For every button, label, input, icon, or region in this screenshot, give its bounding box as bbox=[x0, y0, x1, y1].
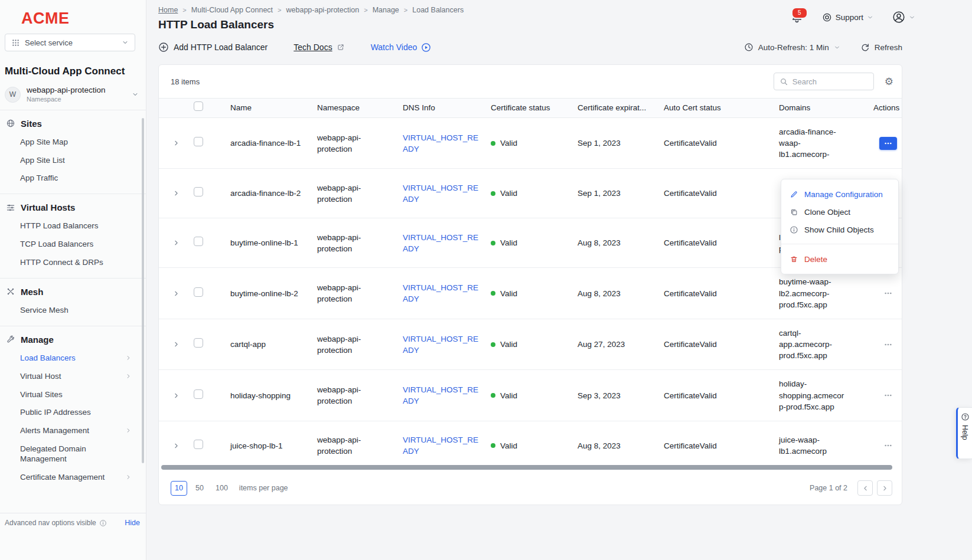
sidebar-item-alerts-management[interactable]: Alerts Management bbox=[0, 422, 146, 440]
dns-info-link[interactable]: VIRTUAL_HOST_READY bbox=[403, 335, 478, 355]
play-circle-icon bbox=[421, 42, 431, 53]
row-expand-chevron[interactable] bbox=[159, 392, 194, 399]
row-checkbox[interactable] bbox=[194, 137, 203, 146]
menu-item-clone-object[interactable]: Clone Object bbox=[781, 203, 898, 221]
sidebar-item-certificate-management[interactable]: Certificate Management bbox=[0, 469, 146, 487]
row-checkbox[interactable] bbox=[194, 237, 203, 246]
help-tab[interactable]: Help bbox=[956, 407, 972, 459]
row-expand-chevron[interactable] bbox=[159, 290, 194, 297]
certificate-expiration: Sep 1, 2023 bbox=[578, 188, 664, 199]
dns-info-link[interactable]: VIRTUAL_HOST_READY bbox=[403, 133, 478, 153]
row-actions-button[interactable] bbox=[879, 389, 897, 402]
breadcrumb-manage[interactable]: Manage bbox=[373, 6, 399, 14]
sidebar-item-virtual-sites[interactable]: Virtual Sites bbox=[0, 386, 146, 404]
menu-item-manage-configuration[interactable]: Manage Configuration bbox=[781, 185, 898, 203]
row-expand-chevron[interactable] bbox=[159, 442, 194, 450]
breadcrumb-namespace[interactable]: webapp-api-protection bbox=[286, 6, 360, 14]
certificate-status: Valid bbox=[500, 288, 517, 299]
dns-info-link[interactable]: VIRTUAL_HOST_READY bbox=[403, 385, 478, 405]
prev-page-button[interactable] bbox=[857, 480, 873, 496]
horizontal-scrollbar[interactable] bbox=[159, 463, 902, 471]
hide-link[interactable]: Hide bbox=[125, 519, 140, 527]
table-row: juice-shop-lb-1 webapp-api-protection VI… bbox=[159, 421, 902, 463]
page-size-100-button[interactable]: 100 bbox=[212, 481, 231, 496]
sidebar-item-public-ip-addresses[interactable]: Public IP Addresses bbox=[0, 404, 146, 422]
certificate-expiration: Aug 8, 2023 bbox=[578, 440, 664, 451]
mesh-icon bbox=[6, 287, 15, 296]
next-page-button[interactable] bbox=[877, 480, 892, 496]
help-icon bbox=[961, 412, 970, 421]
tech-docs-label: Tech Docs bbox=[293, 42, 332, 52]
refresh-button[interactable]: Refresh bbox=[860, 42, 902, 52]
certificate-expiration: Sep 3, 2023 bbox=[578, 390, 664, 401]
help-label: Help bbox=[961, 425, 969, 440]
breadcrumb-load-balancers[interactable]: Load Balancers bbox=[412, 6, 464, 14]
sidebar: ACME Select service Multi-Cloud App Conn… bbox=[0, 0, 146, 560]
sidebar-item-app-traffic[interactable]: App Traffic bbox=[0, 169, 146, 188]
dns-info-link[interactable]: VIRTUAL_HOST_READY bbox=[403, 184, 478, 204]
row-expand-chevron[interactable] bbox=[159, 239, 194, 247]
section-title: Manage bbox=[21, 335, 54, 345]
add-load-balancer-button[interactable]: Add HTTP Load Balancer bbox=[158, 42, 268, 53]
support-icon bbox=[822, 12, 832, 22]
sidebar-item-http-connect-drps[interactable]: HTTP Connect & DRPs bbox=[0, 254, 146, 272]
auto-cert-status: CertificateValid bbox=[664, 188, 779, 199]
namespace-picker[interactable]: W webapp-api-protection Namespace bbox=[5, 86, 139, 104]
chevron-right-icon bbox=[125, 373, 132, 379]
status-dot bbox=[491, 393, 495, 398]
row-actions-button[interactable] bbox=[879, 137, 897, 150]
sidebar-item-app-site-map[interactable]: App Site Map bbox=[0, 133, 146, 152]
nav-section-manage: Manage bbox=[0, 326, 146, 349]
row-checkbox[interactable] bbox=[194, 440, 203, 449]
chevron-down-icon bbox=[834, 44, 840, 51]
chevron-right-icon bbox=[125, 355, 132, 361]
auto-refresh-control[interactable]: Auto-Refresh: 1 Min bbox=[744, 42, 840, 52]
dns-info-link[interactable]: VIRTUAL_HOST_READY bbox=[403, 435, 478, 456]
menu-item-delete[interactable]: Delete bbox=[781, 250, 898, 268]
account-icon bbox=[892, 11, 905, 24]
sidebar-item-delegated-domain-management[interactable]: Delegated Domain Management bbox=[0, 440, 146, 469]
breadcrumb-home[interactable]: Home bbox=[158, 6, 178, 14]
sidebar-item-http-load-balancers[interactable]: HTTP Load Balancers bbox=[0, 217, 146, 235]
row-expand-chevron[interactable] bbox=[159, 139, 194, 147]
dns-info-link[interactable]: VIRTUAL_HOST_READY bbox=[403, 283, 478, 303]
row-checkbox[interactable] bbox=[194, 389, 203, 399]
account-menu[interactable] bbox=[892, 11, 915, 24]
search-input[interactable] bbox=[792, 77, 863, 86]
sidebar-item-tcp-load-balancers[interactable]: TCP Load Balancers bbox=[0, 235, 146, 254]
breadcrumb-multi-cloud-app-connect[interactable]: Multi-Cloud App Connect bbox=[191, 6, 273, 14]
sidebar-scrollbar[interactable] bbox=[142, 118, 144, 463]
row-actions-button[interactable] bbox=[879, 287, 897, 300]
select-all-checkbox[interactable] bbox=[194, 101, 203, 111]
row-checkbox[interactable] bbox=[194, 338, 203, 348]
row-expand-chevron[interactable] bbox=[159, 189, 194, 197]
info-icon[interactable] bbox=[99, 519, 107, 527]
sidebar-item-service-mesh[interactable]: Service Mesh bbox=[0, 302, 146, 320]
notifications-button[interactable]: 5 bbox=[791, 11, 803, 24]
page-size-50-button[interactable]: 50 bbox=[191, 481, 208, 496]
row-checkbox[interactable] bbox=[194, 187, 203, 197]
row-checkbox[interactable] bbox=[194, 287, 203, 297]
watch-video-link[interactable]: Watch Video bbox=[371, 42, 432, 53]
support-menu[interactable]: Support bbox=[822, 12, 873, 22]
lb-namespace: webapp-api-protection bbox=[317, 434, 403, 457]
service-selector[interactable]: Select service bbox=[5, 34, 135, 51]
lb-namespace: webapp-api-protection bbox=[317, 282, 403, 304]
menu-item-show-child-objects[interactable]: Show Child Objects bbox=[781, 221, 898, 238]
auto-cert-status: CertificateValid bbox=[664, 440, 779, 451]
sidebar-item-app-site-list[interactable]: App Site List bbox=[0, 152, 146, 170]
dns-info-link[interactable]: VIRTUAL_HOST_READY bbox=[403, 233, 478, 253]
row-actions-button[interactable] bbox=[879, 439, 897, 452]
tech-docs-link[interactable]: Tech Docs bbox=[293, 42, 344, 52]
chevron-down-icon bbox=[132, 91, 139, 98]
row-actions-button[interactable] bbox=[879, 338, 897, 351]
sidebar-item-load-balancers[interactable]: Load Balancers bbox=[0, 349, 146, 368]
page-size-10-button[interactable]: 10 bbox=[171, 481, 187, 496]
certificate-expiration: Aug 27, 2023 bbox=[578, 339, 664, 350]
row-expand-chevron[interactable] bbox=[159, 340, 194, 348]
horizontal-scrollbar-thumb[interactable] bbox=[161, 465, 892, 470]
table-settings-gear-icon[interactable]: ⚙ bbox=[885, 77, 893, 87]
watch-video-label: Watch Video bbox=[371, 42, 417, 52]
sidebar-item-virtual-host[interactable]: Virtual Host bbox=[0, 368, 146, 386]
auto-cert-status: CertificateValid bbox=[664, 237, 779, 248]
